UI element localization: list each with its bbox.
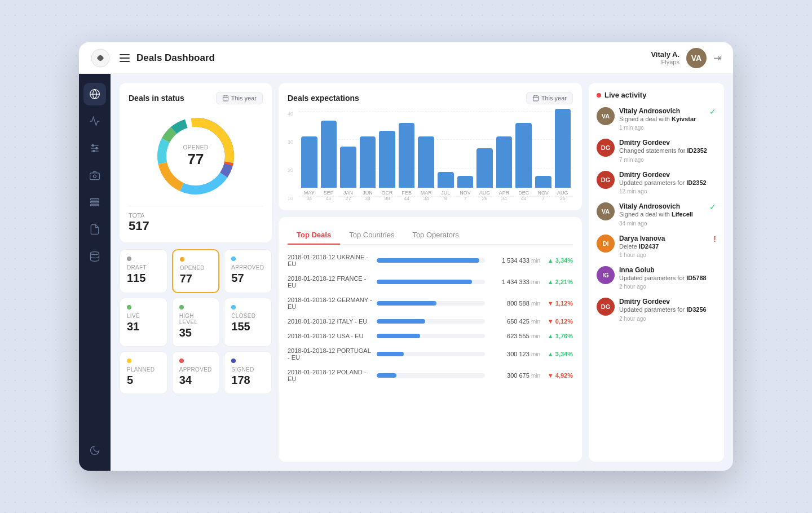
deals-status-date-label: This year bbox=[231, 95, 257, 101]
bar-num: 34 bbox=[365, 196, 370, 201]
stat-label-opened: OPENED bbox=[180, 265, 212, 271]
stat-label-planned: PLANNED bbox=[127, 366, 160, 373]
bar-chart-container: 40 30 20 10 bbox=[288, 111, 573, 201]
sidebar-item-camera[interactable] bbox=[83, 164, 106, 187]
stat-card-draft[interactable]: DRAFT 115 bbox=[120, 249, 167, 293]
bar-label: AUG bbox=[557, 190, 568, 196]
header-right: Vitaly A. Flyaps VA ⇥ bbox=[651, 48, 722, 68]
sidebar-item-theme[interactable] bbox=[83, 439, 106, 462]
stat-card-approved[interactable]: APPROVED 57 bbox=[224, 249, 272, 293]
sidebar-item-globe[interactable] bbox=[83, 83, 106, 105]
stat-value-draft: 115 bbox=[127, 272, 160, 285]
bar bbox=[379, 131, 395, 188]
svg-rect-26 bbox=[533, 96, 538, 101]
table-row: 2018-01-2018-12 GERMANY - EU 800 588 min… bbox=[288, 294, 573, 312]
sidebar-item-chart[interactable] bbox=[83, 110, 106, 132]
deal-change: ▼ 4,92% bbox=[545, 372, 573, 379]
bar bbox=[515, 123, 532, 188]
activity-content: Darya Ivanova Delete ID2437 1 hour ago bbox=[619, 235, 709, 258]
activity-content: Dmitry Gordeev Changed statements for ID… bbox=[619, 139, 716, 162]
bar-col: JUL 9 bbox=[438, 172, 454, 201]
deals-table-card: Top Deals Top Countries Top Operators 20… bbox=[279, 217, 582, 462]
deal-change: ▲ 3,34% bbox=[545, 351, 573, 357]
svg-rect-8 bbox=[90, 173, 100, 180]
stat-card-highlevel[interactable]: HIGH LEVEL 35 bbox=[172, 298, 220, 347]
deal-value: 1 534 433 min bbox=[489, 257, 540, 264]
center-panel: Deals expectations This year 40 30 20 10 bbox=[279, 83, 582, 462]
bar-label: MAY bbox=[304, 190, 315, 196]
deal-bar-wrap bbox=[377, 319, 485, 324]
deals-expectations-card: Deals expectations This year 40 30 20 10 bbox=[279, 83, 582, 210]
menu-button[interactable] bbox=[120, 54, 130, 62]
tab-top-countries[interactable]: Top Countries bbox=[340, 226, 403, 245]
stat-value-closed: 155 bbox=[231, 320, 264, 333]
stat-card-opened[interactable]: OPENED 77 bbox=[172, 249, 220, 293]
bar-col: APR 34 bbox=[496, 136, 513, 201]
bar-num: 38 bbox=[385, 196, 390, 201]
activity-header: Live activity bbox=[597, 91, 716, 99]
list-item: DG Dmitry Gordeev Changed statements for… bbox=[597, 139, 716, 162]
bar-label: APR bbox=[499, 190, 510, 196]
list-item: IG Inna Golub Updated parameters for ID5… bbox=[597, 266, 716, 290]
avatar: VA bbox=[686, 48, 707, 68]
bar-label: AUG bbox=[479, 190, 491, 196]
right-panel: Live activity VA Vitaly Androsovich Sign… bbox=[589, 83, 724, 462]
activity-time: 1 hour ago bbox=[619, 252, 709, 258]
list-item: VA Vitaly Androsovich Signed a deal with… bbox=[597, 202, 716, 226]
stat-value-planned: 5 bbox=[127, 374, 160, 387]
stat-value-approved2: 34 bbox=[179, 374, 213, 387]
stat-label-draft: DRAFT bbox=[127, 264, 160, 271]
bar-col: MAY 34 bbox=[301, 136, 317, 201]
bar-label: JAN bbox=[343, 190, 353, 196]
activity-content: Vitaly Androsovich Signed a deal with Li… bbox=[619, 202, 705, 226]
activity-name: Vitaly Androsovich bbox=[619, 202, 705, 210]
sidebar-item-filter[interactable] bbox=[83, 137, 106, 160]
stat-label-approved2: APPROVED bbox=[179, 366, 213, 373]
logout-button[interactable]: ⇥ bbox=[713, 52, 722, 64]
stat-card-live[interactable]: LIVE 31 bbox=[120, 298, 167, 347]
bar-col: DEC 44 bbox=[515, 123, 532, 201]
expectations-header: Deals expectations This year bbox=[288, 92, 573, 104]
bar-num: 27 bbox=[345, 196, 351, 201]
svg-point-13 bbox=[91, 252, 99, 255]
activity-content: Vitaly Androsovich Signed a deal with Ky… bbox=[619, 107, 705, 131]
deal-value: 800 588 min bbox=[489, 300, 540, 307]
stat-card-planned[interactable]: PLANNED 5 bbox=[120, 351, 167, 394]
deal-name: 2018-01-2018-12 GERMANY - EU bbox=[288, 297, 372, 310]
tab-top-deals[interactable]: Top Deals bbox=[288, 226, 340, 245]
list-item: VA Vitaly Androsovich Signed a deal with… bbox=[597, 107, 716, 131]
list-item: DG Dmitry Gordeev Updated parameters for… bbox=[597, 298, 716, 321]
deal-value: 623 555 min bbox=[489, 333, 540, 339]
stat-card-signed[interactable]: SIGNED 178 bbox=[224, 351, 272, 394]
bar-num: 26 bbox=[482, 196, 487, 201]
sidebar-item-database[interactable] bbox=[83, 245, 106, 268]
bar bbox=[360, 136, 376, 188]
stat-card-closed[interactable]: CLOSED 155 bbox=[224, 298, 272, 347]
expectations-date-filter[interactable]: This year bbox=[526, 92, 573, 104]
stat-dot-approved2 bbox=[179, 359, 184, 363]
deal-name: 2018-01-2018-12 UKRAINE - EU bbox=[288, 254, 372, 267]
bar bbox=[418, 136, 434, 188]
activity-list: VA Vitaly Androsovich Signed a deal with… bbox=[597, 107, 716, 322]
deal-change: ▼ 0,12% bbox=[545, 318, 573, 325]
table-row: 2018-01-2018-12 UKRAINE - EU 1 534 433 m… bbox=[288, 251, 573, 269]
stat-dot-signed bbox=[231, 359, 236, 363]
activity-name: Dmitry Gordeev bbox=[619, 298, 716, 306]
sidebar-item-doc[interactable] bbox=[83, 218, 106, 241]
live-dot bbox=[597, 93, 601, 98]
tab-top-operators[interactable]: Top Operators bbox=[403, 226, 467, 245]
donut-wrap: OPENED 77 bbox=[151, 111, 241, 201]
bar-label: JUL bbox=[441, 190, 450, 196]
stat-card-approved2[interactable]: APPROVED 34 bbox=[172, 351, 220, 394]
stat-value-live: 31 bbox=[127, 320, 160, 333]
bar-col: OCR 38 bbox=[379, 131, 395, 201]
stat-label-approved: APPROVED bbox=[231, 264, 264, 271]
table-row: 2018-01-2018-12 PORTUGAL - EU 300 123 mi… bbox=[288, 345, 573, 363]
sidebar-item-layers[interactable] bbox=[83, 191, 106, 214]
deals-status-card: Deals in status This year bbox=[120, 83, 272, 242]
expectations-date-label: This year bbox=[541, 95, 567, 101]
deals-status-date-filter[interactable]: This year bbox=[216, 92, 263, 104]
body: Deals in status This year bbox=[79, 74, 733, 471]
activity-desc: Delete ID2437 bbox=[619, 242, 709, 251]
stat-label-highlevel: HIGH LEVEL bbox=[179, 313, 213, 325]
